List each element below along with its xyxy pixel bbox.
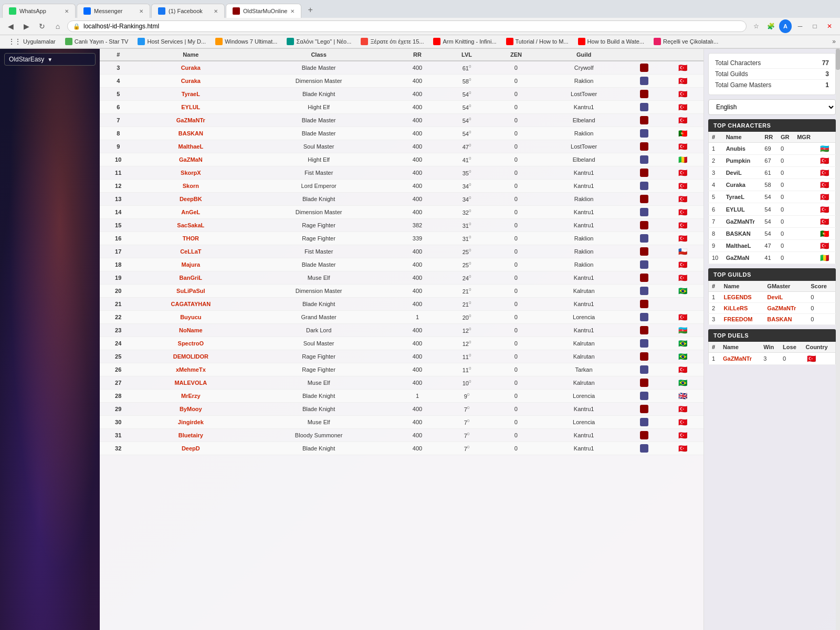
extensions-button[interactable]: 🧩 bbox=[764, 20, 777, 33]
name-cell: DEMOLIDOR bbox=[136, 350, 245, 363]
language-selector[interactable]: English Turkish Portuguese Spanish bbox=[708, 99, 836, 115]
lvl-cell: 350 bbox=[442, 166, 491, 180]
rank-cell: 18 bbox=[100, 258, 136, 271]
tc-cell-name[interactable]: Curaka bbox=[723, 179, 762, 191]
flag-cell: 🇹🇷 bbox=[662, 429, 704, 442]
character-name[interactable]: SuLiPaSul bbox=[176, 288, 205, 294]
tc-cell-name[interactable]: DeviL bbox=[723, 167, 762, 179]
tab-messenger-close[interactable]: ✕ bbox=[139, 8, 143, 14]
character-name[interactable]: THOR bbox=[183, 235, 199, 242]
new-tab-button[interactable]: + bbox=[302, 2, 318, 18]
maximize-button[interactable]: □ bbox=[808, 20, 821, 33]
character-name[interactable]: Skorn bbox=[183, 183, 199, 189]
character-name[interactable]: BASKAN bbox=[178, 130, 203, 136]
bm-apps[interactable]: ⋮⋮ Uygulamalar bbox=[4, 37, 60, 46]
tc-cell-mgr bbox=[794, 215, 815, 227]
character-name[interactable]: SacSakaL bbox=[177, 222, 204, 228]
guild-icon bbox=[640, 142, 648, 151]
bm-win7[interactable]: Windows 7 Ultimat... bbox=[211, 37, 281, 46]
character-name[interactable]: MrErzy bbox=[181, 393, 201, 399]
character-name[interactable]: NoName bbox=[179, 327, 203, 333]
class-cell: Muse Elf bbox=[245, 271, 393, 285]
server-name-box[interactable]: OldStarEasy ▼ bbox=[4, 53, 96, 66]
tc-cell-name[interactable]: MalthaeL bbox=[723, 239, 762, 251]
tc-cell-rr: 47 bbox=[761, 239, 778, 251]
tab-messenger[interactable]: Messenger ✕ bbox=[77, 4, 150, 18]
character-name[interactable]: BanGriL bbox=[180, 275, 202, 281]
character-name[interactable]: Curaka bbox=[181, 78, 201, 84]
tc-cell-name[interactable]: BASKAN bbox=[723, 227, 762, 239]
back-button[interactable]: ◀ bbox=[4, 20, 17, 33]
tc-cell-name[interactable]: EYLUL bbox=[723, 203, 762, 215]
character-name[interactable]: Jingirdek bbox=[178, 419, 204, 425]
zen-cell: 0 bbox=[491, 376, 541, 390]
bm-tutorial[interactable]: Tutorial / How to M... bbox=[502, 37, 573, 46]
character-name[interactable]: MALEVOLA bbox=[174, 380, 207, 386]
character-name[interactable]: CeLLaT bbox=[180, 248, 201, 255]
bm-water[interactable]: How to Build a Wate... bbox=[574, 37, 648, 46]
profile-button[interactable]: A bbox=[779, 20, 792, 33]
tab-whatsapp-close[interactable]: ✕ bbox=[65, 8, 69, 14]
bm-xerate[interactable]: Ξέρατε ότι έχετε 15... bbox=[356, 37, 428, 46]
bm-canli[interactable]: Canlı Yayın - Star TV bbox=[61, 37, 133, 46]
bm-host[interactable]: Host Services | My D... bbox=[133, 37, 210, 46]
character-name[interactable]: Curaka bbox=[181, 65, 201, 71]
right-scrollbar-thumb bbox=[836, 49, 840, 70]
bookmarks-more[interactable]: » bbox=[832, 38, 836, 45]
tc-cell-name[interactable]: TyraeL bbox=[723, 191, 762, 203]
character-name[interactable]: GaZMaNTr bbox=[176, 117, 205, 123]
forward-button[interactable]: ▶ bbox=[20, 20, 33, 33]
character-name[interactable]: Bluetairy bbox=[178, 432, 203, 438]
guild-icon bbox=[640, 103, 648, 111]
flag-cell: 🇹🇷 bbox=[662, 258, 704, 271]
character-name[interactable]: DeepD bbox=[182, 445, 200, 452]
close-button[interactable]: ✕ bbox=[823, 20, 836, 33]
bm-recelli[interactable]: Reçelli ve Çikolatalı... bbox=[649, 37, 722, 46]
tab-facebook[interactable]: (1) Facebook ✕ bbox=[151, 4, 225, 18]
total-game-masters-value: 1 bbox=[825, 81, 829, 89]
tc-cell-name[interactable]: GaZMaNTr bbox=[723, 215, 762, 227]
rank-cell: 3 bbox=[100, 61, 136, 75]
right-scrollbar[interactable] bbox=[836, 49, 840, 630]
guild-icon-cell bbox=[627, 127, 662, 140]
character-name[interactable]: CAGATAYHAN bbox=[171, 301, 211, 307]
tab-game-close[interactable]: ✕ bbox=[290, 8, 295, 14]
guild-icon-cell bbox=[627, 193, 662, 206]
flag-cell: 🇹🇷 bbox=[662, 206, 704, 219]
zen-cell: 0 bbox=[491, 88, 541, 101]
character-name[interactable]: Majura bbox=[182, 261, 200, 268]
minimize-button[interactable]: ─ bbox=[794, 20, 806, 33]
url-input[interactable] bbox=[83, 23, 741, 30]
character-name[interactable]: TyraeL bbox=[182, 91, 200, 97]
name-cell: DeepD bbox=[136, 442, 245, 455]
tab-whatsapp[interactable]: WhatsApp ✕ bbox=[2, 4, 76, 18]
tc-cell-name[interactable]: Pumpkin bbox=[723, 155, 762, 167]
character-name[interactable]: MalthaeL bbox=[178, 143, 203, 150]
tab-game[interactable]: OldStarMuOnline ✕ bbox=[226, 4, 301, 18]
reload-button[interactable]: ↻ bbox=[36, 20, 48, 33]
character-name[interactable]: AnGeL bbox=[181, 209, 200, 215]
lvl-cell: 580 bbox=[442, 75, 491, 88]
character-name[interactable]: DEMOLIDOR bbox=[173, 353, 208, 360]
tab-whatsapp-label: WhatsApp bbox=[19, 8, 46, 14]
character-name[interactable]: EYLUL bbox=[181, 104, 200, 110]
rankings-area[interactable]: # Name Class RR LVL ZEN Guild 3CurakaBla… bbox=[100, 49, 704, 630]
bm-arm[interactable]: Arm Knitting - Infini... bbox=[429, 37, 500, 46]
character-name[interactable]: SkorpX bbox=[181, 170, 201, 176]
character-name[interactable]: GaZMaN bbox=[179, 156, 203, 163]
tc-cell-name[interactable]: Anubis bbox=[723, 143, 762, 155]
rankings-table: # Name Class RR LVL ZEN Guild 3CurakaBla… bbox=[100, 49, 704, 455]
character-name[interactable]: xMehmeTx bbox=[176, 366, 206, 373]
guild-icon-cell bbox=[627, 363, 662, 376]
character-name[interactable]: DeepBK bbox=[180, 196, 202, 202]
character-name[interactable]: ByMooy bbox=[180, 406, 202, 412]
guild-icon-cell bbox=[627, 337, 662, 350]
bm-lego[interactable]: Σαλόνι "Lego" | Νέο... bbox=[282, 37, 355, 46]
character-name[interactable]: Buyucu bbox=[180, 314, 201, 320]
bookmark-star-button[interactable]: ☆ bbox=[750, 20, 762, 33]
home-button[interactable]: ⌂ bbox=[51, 20, 64, 33]
tab-facebook-close[interactable]: ✕ bbox=[214, 8, 218, 14]
tc-cell-name[interactable]: GaZMaN bbox=[723, 251, 762, 264]
country-flag: 🇹🇷 bbox=[819, 157, 831, 164]
character-name[interactable]: SpectroO bbox=[178, 340, 204, 346]
